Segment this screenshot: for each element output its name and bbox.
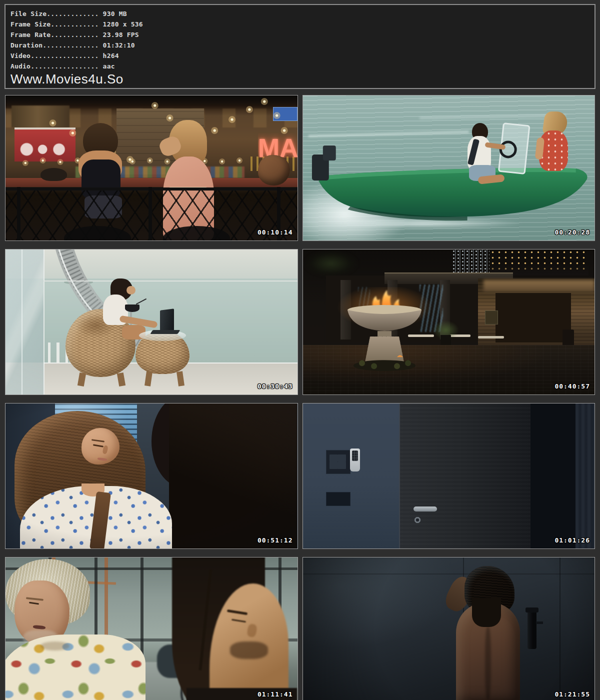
curtain-strip — [576, 404, 594, 548]
screenshot-motorboat: 00:20:28 — [302, 95, 596, 241]
railing-post-left — [17, 187, 20, 240]
timestamp-1: 00:10:14 — [258, 228, 293, 236]
balcony-post-2 — [56, 342, 60, 363]
info-line-duration: Duration.............. 01:32:10 — [10, 40, 590, 50]
timestamp-4: 00:40:57 — [554, 382, 590, 390]
info-line-frame-size: Frame Size............ 1280 x 536 — [10, 19, 590, 30]
floral-shirt — [5, 634, 146, 700]
timestamp-5: 00:51:12 — [258, 536, 293, 544]
wall-phone-keys — [352, 450, 358, 460]
leather-bag-right — [258, 155, 290, 186]
screenshot-dark-door: 01:01:26 — [302, 403, 596, 549]
railing-post-mid — [148, 187, 152, 240]
info-line-file-size: File Size............. 930 MB — [10, 8, 590, 19]
glass-wall-left — [6, 250, 44, 394]
laptop-base — [150, 330, 180, 334]
info-line-audio: Audio................. aac — [10, 61, 590, 72]
timestamp-3: 00:30:43 — [258, 382, 293, 390]
wall-sign — [485, 310, 498, 324]
right-ceiling-glow — [484, 280, 594, 292]
glass-wall-frame — [22, 250, 22, 394]
screenshot-two-men: 01:11:41 — [5, 557, 298, 700]
door-handle-rose — [414, 516, 421, 523]
screenshot-grid: MA — [5, 95, 595, 700]
laptop-screen — [160, 309, 174, 332]
fire-fountain-graphic — [332, 287, 437, 371]
site-watermark: Www.Movies4u.So — [10, 72, 590, 86]
black-bowl — [125, 304, 140, 312]
dark-entry — [496, 293, 572, 342]
timestamp-2: 00:20:28 — [554, 228, 590, 236]
young-man-beard — [230, 642, 268, 659]
timestamp-6: 01:01:26 — [554, 536, 590, 544]
passenger-red-dress — [539, 130, 568, 171]
screenshot-night-market: MA — [5, 95, 298, 241]
screenshot-woman-blouse: 00:51:12 — [5, 403, 298, 549]
switch-buttons — [330, 454, 346, 469]
media-info-panel: File Size............. 930 MB Frame Size… — [4, 4, 596, 89]
lower-panel — [326, 492, 350, 506]
purse-left — [40, 168, 67, 181]
timestamp-8: 01:21:55 — [554, 690, 590, 698]
timestamp-7: 01:11:41 — [258, 690, 293, 698]
woman-face — [126, 286, 136, 294]
blue-wall-left — [303, 404, 400, 548]
shirt-collar-shadow — [40, 642, 70, 650]
scene-vignette — [6, 404, 298, 548]
shower-vignette — [303, 558, 595, 700]
door-handle — [414, 506, 437, 512]
info-line-frame-rate: Frame Rate............ 23.98 FPS — [10, 30, 590, 40]
door — [399, 404, 532, 548]
bench-3 — [478, 336, 504, 338]
screenshot-shower: 01:21:55 — [302, 557, 596, 700]
info-line-video: Video................. h264 — [10, 50, 590, 61]
screenshot-courtyard: 00:40:57 — [302, 249, 596, 395]
balcony-post-1 — [48, 342, 51, 363]
screenshot-balcony: 00:30:43 — [5, 249, 298, 395]
